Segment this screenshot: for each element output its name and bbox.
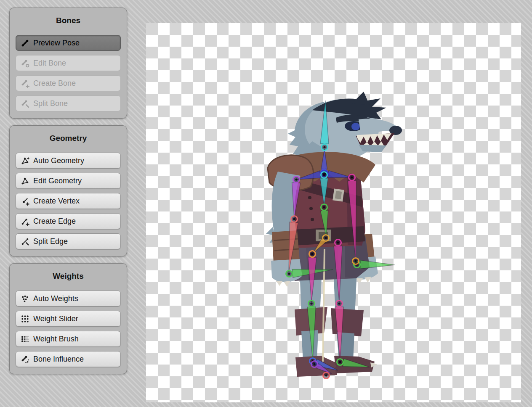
rig-view [146,23,521,402]
eye-iris [351,123,360,130]
joint-toe-l[interactable] [311,361,318,367]
bone-influence-icon [20,354,29,364]
create-vertex-button[interactable]: Create Vertex [16,193,121,209]
button-label: Create Edge [33,217,76,226]
chest-emblem [332,188,344,201]
button-label: Auto Geometry [33,156,84,165]
joint-shin-l[interactable] [309,301,315,307]
bone-hand-r[interactable] [360,260,395,269]
button-label: Preview Pose [33,39,80,48]
edit-bone-icon [20,58,29,68]
joint[interactable] [323,373,330,379]
create-vertex-icon [20,196,29,206]
bone-influence-button[interactable]: Bone Influence [16,351,121,367]
button-label: Create Vertex [33,197,80,206]
preview-pose-icon [20,38,29,48]
joint-hand-l[interactable] [286,271,293,277]
button-label: Split Bone [33,99,68,108]
joint-forearm-l[interactable] [291,216,298,222]
split-bone-icon [20,99,29,108]
split-edge-button[interactable]: Split Edge [16,233,121,249]
edit-geometry-button[interactable]: Edit Geometry [16,173,121,189]
toolbar-panels: BonesPreview PoseEdit BoneCreate BoneSpl… [9,8,127,374]
split-bone-button[interactable]: Split Bone [16,95,121,111]
joint[interactable] [353,258,359,264]
claw [276,281,283,286]
sprite-canvas[interactable] [146,23,521,402]
jaw [359,145,386,152]
joint-head[interactable] [322,144,328,151]
auto-geometry-button[interactable]: Auto Geometry [16,153,121,169]
panel-geometry: GeometryAuto GeometryEdit GeometryCreate… [9,125,127,256]
joint-spine-lower[interactable] [321,204,327,211]
edit-geometry-icon [20,176,29,185]
button-label: Edit Bone [33,59,66,68]
create-edge-icon [20,217,29,226]
weight-brush-button[interactable]: Weight Brush [16,331,121,347]
auto-geometry-icon [20,156,29,165]
joint-thigh-r[interactable] [335,240,341,246]
joint-pelvis[interactable] [323,235,329,241]
joint-foot-r[interactable] [337,359,343,365]
panel-title-weights: Weights [16,270,121,282]
button-label: Auto Weights [33,294,78,303]
stud [308,196,311,199]
button-label: Create Bone [33,79,76,88]
auto-weights-button[interactable]: Auto Weights [16,291,121,307]
joint[interactable] [309,251,316,257]
stud [311,218,314,221]
werewolf-sprite [266,92,402,377]
preview-pose-button[interactable]: Preview Pose [16,35,121,51]
create-edge-button[interactable]: Create Edge [16,213,121,229]
claw [364,277,371,283]
auto-weights-icon [20,294,29,303]
button-label: Edit Geometry [33,177,82,185]
panel-bones: BonesPreview PoseEdit BoneCreate BoneSpl… [9,8,127,119]
stud [309,207,313,210]
joint-upper-arm-l[interactable] [293,177,300,183]
button-label: Bone Influence [33,355,84,364]
weight-slider-button[interactable]: Weight Slider [16,311,121,327]
panel-title-bones: Bones [16,15,121,26]
joint-spine-upper[interactable] [321,172,327,178]
button-label: Weight Brush [33,335,79,344]
ear [352,92,370,105]
button-label: Weight Slider [33,314,78,323]
claw [356,278,363,283]
edit-bone-button[interactable]: Edit Bone [16,55,121,71]
create-bone-icon [20,79,29,88]
create-bone-button[interactable]: Create Bone [16,75,121,91]
weight-slider-icon [20,314,29,323]
button-label: Split Edge [33,237,68,246]
joint-shin-r[interactable] [336,301,343,307]
split-edge-icon [20,237,29,246]
weight-brush-icon [20,334,29,344]
panel-weights: WeightsAuto WeightsWeight SliderWeight B… [9,263,127,374]
panel-title-geometry: Geometry [16,132,121,144]
claw [284,281,290,287]
joint-arm-r[interactable] [349,174,355,181]
